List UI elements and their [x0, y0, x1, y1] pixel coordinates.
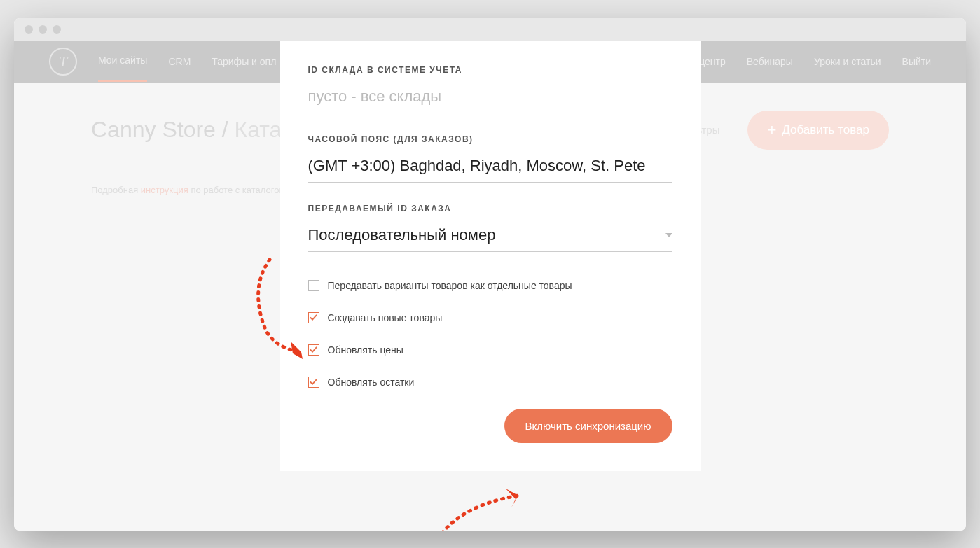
- checkbox-icon: [308, 344, 319, 356]
- browser-window: T Мои сайты CRM Тарифы и опл й центр Веб…: [14, 18, 966, 531]
- checkbox-prices-label: Обновлять цены: [328, 344, 403, 356]
- traffic-minimize-icon[interactable]: [39, 25, 47, 34]
- enable-sync-button[interactable]: Включить синхронизацию: [504, 409, 672, 443]
- app-content: T Мои сайты CRM Тарифы и опл й центр Веб…: [14, 41, 966, 531]
- browser-chrome: [14, 18, 966, 41]
- orderid-label: ПЕРЕДАВАЕМЫЙ ID ЗАКАЗА: [308, 204, 672, 213]
- traffic-maximize-icon[interactable]: [53, 25, 61, 34]
- checkbox-variants[interactable]: Передавать варианты товаров как отдельны…: [308, 280, 672, 291]
- timezone-select[interactable]: (GMT +3:00) Baghdad, Riyadh, Moscow, St.…: [308, 153, 672, 183]
- checkbox-stocks-label: Обновлять остатки: [328, 377, 415, 388]
- checkbox-icon: [308, 377, 319, 388]
- modal-footer: Включить синхронизацию: [308, 409, 672, 443]
- checkbox-create[interactable]: Создавать новые товары: [308, 312, 672, 323]
- checkbox-icon: [308, 280, 319, 291]
- checkbox-prices[interactable]: Обновлять цены: [308, 344, 672, 356]
- timezone-value: (GMT +3:00) Baghdad, Riyadh, Moscow, St.…: [308, 157, 646, 175]
- traffic-close-icon[interactable]: [25, 25, 33, 34]
- checkbox-icon: [308, 312, 319, 323]
- checkbox-variants-label: Передавать варианты товаров как отдельны…: [328, 280, 572, 291]
- timezone-label: ЧАСОВОЙ ПОЯС (ДЛЯ ЗАКАЗОВ): [308, 134, 672, 144]
- timezone-field-group: ЧАСОВОЙ ПОЯС (ДЛЯ ЗАКАЗОВ) (GMT +3:00) B…: [308, 134, 672, 183]
- orderid-field-group: ПЕРЕДАВАЕМЫЙ ID ЗАКАЗА Последовательный …: [308, 204, 672, 252]
- sync-settings-modal: ID СКЛАДА В СИСТЕМЕ УЧЕТА ЧАСОВОЙ ПОЯС (…: [280, 41, 701, 471]
- orderid-select[interactable]: Последовательный номер: [308, 222, 672, 252]
- orderid-value: Последовательный номер: [308, 226, 496, 244]
- checkbox-create-label: Создавать новые товары: [328, 312, 443, 323]
- warehouse-input[interactable]: [308, 83, 672, 113]
- warehouse-label: ID СКЛАДА В СИСТЕМЕ УЧЕТА: [308, 65, 672, 75]
- warehouse-field-group: ID СКЛАДА В СИСТЕМЕ УЧЕТА: [308, 65, 672, 113]
- checkbox-stocks[interactable]: Обновлять остатки: [308, 377, 672, 388]
- chevron-down-icon: [665, 233, 672, 237]
